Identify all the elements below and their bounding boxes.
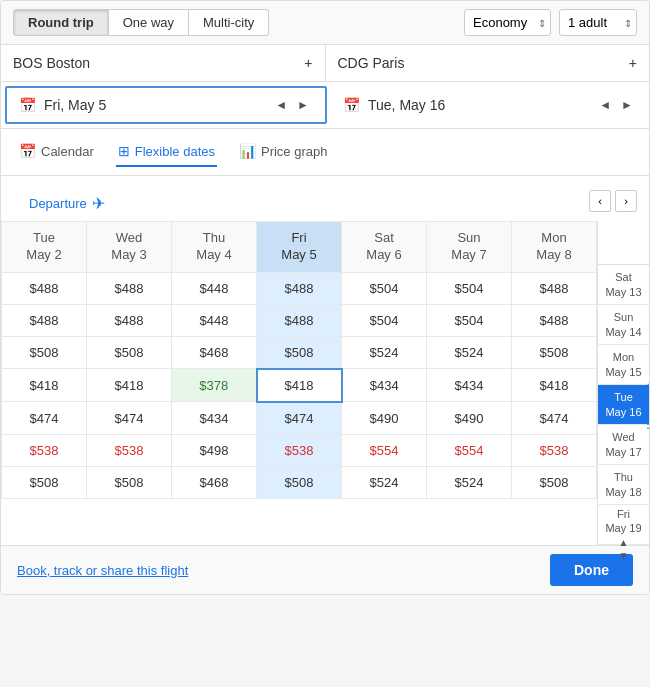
price-cell[interactable]: $468 [172,336,257,369]
grid-next-btn[interactable]: › [615,190,637,212]
price-cell[interactable]: $498 [172,434,257,466]
price-cell[interactable]: $524 [427,466,512,498]
price-cell[interactable]: $508 [512,336,597,369]
price-cell[interactable]: $448 [172,304,257,336]
origin-label: BOS Boston [13,55,90,71]
tab-one-way[interactable]: One way [109,9,189,36]
return-date-tue-may16[interactable]: TueMay 16 [597,385,649,425]
price-cell[interactable]: $418 [512,369,597,402]
price-cell[interactable]: $508 [257,336,342,369]
price-cell[interactable]: $488 [87,272,172,304]
price-cell[interactable]: $418 [87,369,172,402]
price-cell[interactable]: $508 [512,466,597,498]
table-row: $488 $488 $448 $488 $504 $504 $488 [2,304,597,336]
price-cell[interactable]: $524 [427,336,512,369]
scroll-down-btn[interactable]: ▼ [619,549,629,562]
table-row: $488 $488 $448 $488 $504 $504 $488 [2,272,597,304]
price-cell[interactable]: $488 [257,304,342,336]
price-cell[interactable]: $504 [427,304,512,336]
price-cell[interactable]: $504 [342,272,427,304]
departure-date-left: 📅 Fri, May 5 [19,97,106,113]
price-cell[interactable]: $508 [2,336,87,369]
departure-next-arrow[interactable]: ► [293,96,313,114]
departure-plane-icon: ✈ [92,194,105,213]
adults-select[interactable]: 1 adult 2 adults 3 adults [559,9,637,36]
return-date-sat-may13[interactable]: SatMay 13 [597,265,649,305]
price-grid-section: Departure ✈ ‹ › TueMay 2 WedMay 3 ThuMay… [1,176,649,545]
price-cell[interactable]: $524 [342,336,427,369]
return-date-thu-may18[interactable]: ThuMay 18 [597,465,649,505]
destination-plus[interactable]: + [629,55,637,71]
return-date-fri-may19[interactable]: FriMay 19 ▲ ▼ [597,505,649,545]
price-cell[interactable]: $508 [257,466,342,498]
col-header-6[interactable]: MonMay 8 [512,222,597,273]
price-cell-best[interactable]: $378 [172,369,257,402]
price-cell[interactable]: $448 [172,272,257,304]
price-cell[interactable]: $434 [427,369,512,402]
economy-select-wrapper: Economy Business First [464,9,551,36]
price-cell[interactable]: $434 [172,402,257,435]
price-cell[interactable]: $524 [342,466,427,498]
economy-select[interactable]: Economy Business First [464,9,551,36]
return-next-arrow[interactable]: ► [617,96,637,114]
col-header-1[interactable]: WedMay 3 [87,222,172,273]
col-header-3[interactable]: FriMay 5 [257,222,342,273]
price-cell[interactable]: $488 [2,304,87,336]
return-date-mon-may15[interactable]: MonMay 15 [597,345,649,385]
trip-tabs: Round trip One way Multi-city [13,9,269,36]
tab-multi-city[interactable]: Multi-city [189,9,269,36]
return-calendar-icon: 📅 [343,97,360,113]
price-cell[interactable]: $508 [87,336,172,369]
price-cell-selected[interactable]: $418 [257,369,342,402]
price-cell[interactable]: $554 [342,434,427,466]
departure-date-field[interactable]: 📅 Fri, May 5 ◄ ► [5,86,327,124]
scroll-up-btn[interactable]: ▲ [619,536,629,549]
bottom-link[interactable]: Book, track or share this flight [17,563,188,578]
price-cell[interactable]: $474 [2,402,87,435]
grid-prev-btn[interactable]: ‹ [589,190,611,212]
col-header-4[interactable]: SatMay 6 [342,222,427,273]
price-cell[interactable]: $538 [512,434,597,466]
return-nav-arrows: ◄ ► [595,96,637,114]
return-prev-arrow[interactable]: ◄ [595,96,615,114]
return-header-spacer [597,221,649,265]
price-cell[interactable]: $488 [257,272,342,304]
price-cell[interactable]: $488 [512,304,597,336]
price-cell[interactable]: $474 [87,402,172,435]
price-cell[interactable]: $488 [2,272,87,304]
price-cell[interactable]: $508 [87,466,172,498]
price-cell[interactable]: $538 [2,434,87,466]
price-cell[interactable]: $490 [342,402,427,435]
col-header-5[interactable]: SunMay 7 [427,222,512,273]
price-cell[interactable]: $508 [2,466,87,498]
origin-plus[interactable]: + [304,55,312,71]
tab-calendar-label: Calendar [41,144,94,159]
price-cell[interactable]: $418 [2,369,87,402]
return-date-field[interactable]: 📅 Tue, May 16 ◄ ► [331,82,649,128]
price-cell[interactable]: $474 [512,402,597,435]
col-header-0[interactable]: TueMay 2 [2,222,87,273]
tab-price-graph[interactable]: 📊 Price graph [237,137,329,167]
departure-prev-arrow[interactable]: ◄ [271,96,291,114]
price-cell[interactable]: $488 [512,272,597,304]
price-cell[interactable]: $468 [172,466,257,498]
price-cell[interactable]: $488 [87,304,172,336]
tab-calendar[interactable]: 📅 Calendar [17,137,96,167]
price-cell[interactable]: $538 [257,434,342,466]
return-date-wed-may17[interactable]: WedMay 17 [597,425,649,465]
return-date-sun-may14[interactable]: SunMay 14 [597,305,649,345]
origin-field[interactable]: BOS Boston + [1,45,326,81]
price-cell[interactable]: $538 [87,434,172,466]
price-cell[interactable]: $504 [342,304,427,336]
price-cell[interactable]: $474 [257,402,342,435]
price-cell[interactable]: $504 [427,272,512,304]
price-cell[interactable]: $554 [427,434,512,466]
price-graph-icon: 📊 [239,143,256,159]
tab-flexible-dates[interactable]: ⊞ Flexible dates [116,137,217,167]
tab-round-trip[interactable]: Round trip [13,9,109,36]
price-cell[interactable]: $434 [342,369,427,402]
return-date-left: 📅 Tue, May 16 [343,97,445,113]
destination-field[interactable]: CDG Paris + [326,45,650,81]
price-cell[interactable]: $490 [427,402,512,435]
col-header-2[interactable]: ThuMay 4 [172,222,257,273]
